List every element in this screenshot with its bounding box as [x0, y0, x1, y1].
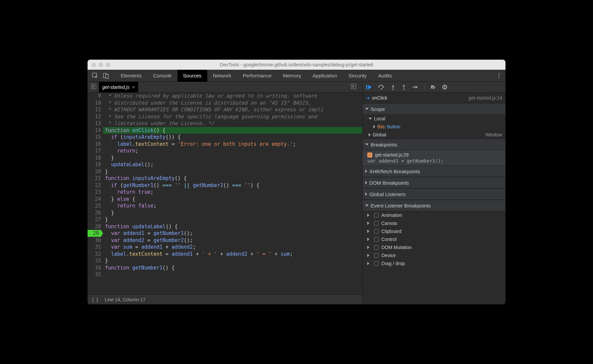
- line-number[interactable]: 27: [88, 216, 101, 223]
- line-number[interactable]: 11: [88, 106, 101, 113]
- code-line[interactable]: var addend2 = getNumber2();: [103, 237, 362, 244]
- step-into-button[interactable]: [391, 84, 395, 90]
- panel-tab-performance[interactable]: Performance: [237, 70, 277, 82]
- step-over-button[interactable]: [378, 84, 385, 90]
- line-number[interactable]: 19: [88, 161, 101, 168]
- code-line[interactable]: var sum = addend1 + addend2;: [103, 244, 362, 251]
- event-checkbox[interactable]: [374, 253, 379, 258]
- code-line[interactable]: }: [103, 168, 362, 175]
- section-header[interactable]: Event Listener Breakpoints: [363, 200, 505, 211]
- section-header[interactable]: Global Listeners: [363, 188, 505, 200]
- code-line[interactable]: }: [103, 209, 362, 217]
- line-number[interactable]: 32: [88, 251, 101, 258]
- event-category-row[interactable]: Clipboard: [363, 227, 505, 235]
- minimize-window-button[interactable]: [99, 63, 103, 67]
- event-category-row[interactable]: Drag / drop: [363, 259, 505, 267]
- line-number[interactable]: 14: [88, 127, 101, 134]
- zoom-window-button[interactable]: [106, 63, 110, 67]
- breakpoint-marker[interactable]: 29: [88, 230, 103, 237]
- line-number[interactable]: 23: [88, 189, 101, 196]
- line-gutter[interactable]: 9101112131415161718192021222324252627282…: [88, 93, 103, 294]
- inspect-element-icon[interactable]: [92, 73, 98, 79]
- panel-tab-elements[interactable]: Elements: [115, 70, 148, 82]
- event-checkbox[interactable]: [374, 213, 379, 218]
- line-number[interactable]: 20: [88, 168, 101, 175]
- event-checkbox[interactable]: [374, 245, 379, 250]
- scope-this[interactable]: this: button: [363, 123, 505, 131]
- line-number[interactable]: 29: [88, 230, 101, 237]
- line-number[interactable]: 18: [88, 155, 101, 162]
- line-number[interactable]: 10: [88, 100, 101, 107]
- line-number[interactable]: 33: [88, 257, 101, 264]
- panel-tab-security[interactable]: Security: [343, 70, 372, 82]
- code-line[interactable]: function updateLabel() {: [103, 223, 362, 230]
- code-line[interactable]: label.textContent = addend1 + ' + ' + ad…: [103, 251, 362, 258]
- panel-tab-audits[interactable]: Audits: [372, 70, 398, 82]
- close-window-button[interactable]: [92, 63, 96, 67]
- code-line[interactable]: * distributed under the License is distr…: [103, 100, 362, 107]
- panel-tab-application[interactable]: Application: [307, 70, 343, 82]
- more-options-icon[interactable]: [498, 73, 499, 78]
- pause-on-exceptions-button[interactable]: [442, 84, 447, 90]
- code-line[interactable]: return false;: [103, 202, 362, 209]
- section-header[interactable]: XHR/fetch Breakpoints: [363, 166, 505, 177]
- event-category-row[interactable]: DOM Mutation: [363, 243, 505, 251]
- scope-local[interactable]: Local: [363, 115, 505, 123]
- line-number[interactable]: 17: [88, 147, 101, 155]
- line-number[interactable]: 21: [88, 175, 101, 182]
- panel-tab-console[interactable]: Console: [148, 70, 177, 82]
- line-number[interactable]: 28: [88, 223, 101, 230]
- line-number[interactable]: 30: [88, 237, 101, 244]
- panel-tab-network[interactable]: Network: [207, 70, 237, 82]
- event-checkbox[interactable]: [374, 221, 379, 226]
- code-line[interactable]: * See the License for the specific langu…: [103, 113, 362, 120]
- panel-tab-memory[interactable]: Memory: [277, 70, 307, 82]
- code-line[interactable]: * Unless required by applicable law or a…: [103, 93, 362, 100]
- deactivate-breakpoints-button[interactable]: [431, 84, 436, 90]
- line-number[interactable]: 31: [88, 244, 101, 251]
- section-header[interactable]: DOM Breakpoints: [363, 177, 505, 188]
- code-line[interactable]: }: [103, 155, 362, 162]
- code-line[interactable]: var addend1 = getNumber1();: [103, 230, 362, 237]
- file-tab[interactable]: get-started.js ×: [99, 82, 138, 93]
- event-checkbox[interactable]: [374, 229, 379, 234]
- close-tab-icon[interactable]: ×: [132, 84, 135, 90]
- code-line[interactable]: [103, 271, 362, 278]
- line-number[interactable]: 34: [88, 264, 101, 271]
- code-line[interactable]: updateLabel();: [103, 161, 362, 168]
- code-line[interactable]: if (inputsAreEmpty()) {: [103, 134, 362, 141]
- panel-tab-sources[interactable]: Sources: [177, 70, 207, 82]
- code-line[interactable]: } else {: [103, 196, 362, 203]
- code-line[interactable]: return;: [103, 147, 362, 155]
- code-line[interactable]: function onClick() {: [103, 127, 362, 134]
- line-number[interactable]: 13: [88, 120, 101, 127]
- step-button[interactable]: [412, 85, 418, 89]
- code-content[interactable]: * Unless required by applicable law or a…: [103, 93, 362, 294]
- code-line[interactable]: function getNumber1() {: [103, 264, 362, 271]
- code-editor[interactable]: 9101112131415161718192021222324252627282…: [88, 93, 362, 294]
- line-number[interactable]: 26: [88, 209, 101, 217]
- line-number[interactable]: 15: [88, 134, 101, 141]
- line-number[interactable]: 22: [88, 182, 101, 189]
- line-number[interactable]: 9: [88, 93, 101, 100]
- event-category-row[interactable]: Canvas: [363, 219, 505, 227]
- event-category-row[interactable]: Device: [363, 251, 505, 259]
- step-out-button[interactable]: [401, 84, 406, 90]
- call-stack-frame[interactable]: ➔ onClick get-started.js:14: [363, 93, 505, 103]
- scope-global[interactable]: GlobalWindow: [363, 131, 505, 139]
- resume-button[interactable]: [366, 84, 372, 90]
- code-line[interactable]: }: [103, 216, 362, 223]
- code-line[interactable]: label.textContent = 'Error: one or both …: [103, 141, 362, 148]
- event-checkbox[interactable]: [374, 261, 379, 266]
- code-line[interactable]: * WITHOUT WARRANTIES OR CONDITIONS OF AN…: [103, 106, 362, 113]
- breakpoint-checkbox[interactable]: ✓: [367, 153, 372, 158]
- line-number[interactable]: 24: [88, 196, 101, 203]
- line-number[interactable]: 16: [88, 141, 101, 148]
- line-number[interactable]: 25: [88, 202, 101, 209]
- device-toggle-icon[interactable]: [103, 73, 109, 79]
- code-line[interactable]: if (getNumber1() === '' || getNumber2() …: [103, 182, 362, 189]
- pretty-print-icon[interactable]: { }: [92, 297, 99, 302]
- line-number[interactable]: 35: [88, 271, 101, 278]
- event-category-row[interactable]: Animation: [363, 211, 505, 219]
- line-number[interactable]: 12: [88, 113, 101, 120]
